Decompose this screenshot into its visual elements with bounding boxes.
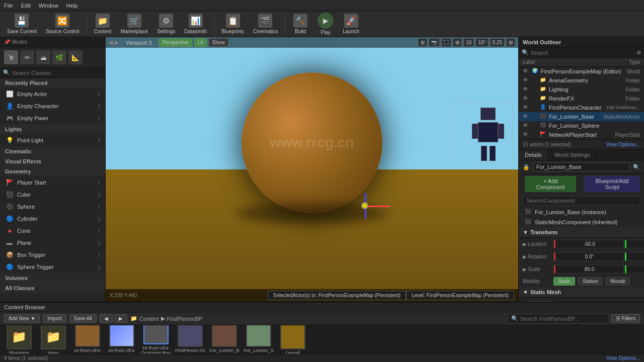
outliner-search-input[interactable] (531, 50, 634, 56)
rotation-x-input[interactable] (554, 252, 624, 261)
cb-back-button[interactable]: ◀ (100, 314, 113, 323)
outliner-item-lumion-base[interactable]: 👁 ⬛ For_Lumion_Base StaticMeshActor (519, 112, 644, 121)
cb-item-firstperson-overview[interactable]: FirstPerson Overview (175, 325, 205, 354)
plane-info[interactable]: ℹ (98, 240, 100, 246)
viewport-arrow-left[interactable]: ◀ (109, 39, 113, 46)
menu-window[interactable]: Window (39, 3, 58, 9)
save-all-button[interactable]: Save All (69, 314, 97, 323)
outliner-item-network-start[interactable]: 👁 🚩 NetworkPlayerStart PlayerStart (519, 130, 644, 139)
comp-item-static-mesh[interactable]: ⬛ StaticMeshComponent (Inherited) (519, 217, 644, 227)
empty-actor-info[interactable]: ℹ (98, 92, 100, 97)
source-control-button[interactable]: 🔀 Source Control (42, 12, 84, 36)
cone-info[interactable]: ℹ (98, 228, 100, 234)
viewport[interactable]: ◀ ▶ Viewport 2 Perspective Lit Show ⊞ 📷 … (106, 37, 518, 302)
paint-mode-icon[interactable]: ✏ (20, 50, 34, 64)
blueprints-button[interactable]: 📋 Blueprints (217, 12, 248, 36)
outliner-item-lumion-sphere[interactable]: 👁 ⚫ For_Lumion_Sphere (519, 121, 644, 130)
scale-snap-btn[interactable]: 0.25 (490, 38, 505, 47)
cb-filter-button[interactable]: ☰ Filters (611, 314, 640, 323)
static-mesh-section-header[interactable]: ▼ Static Mesh (519, 287, 644, 298)
section-lights[interactable]: Lights (0, 124, 105, 134)
panel-item-point-light[interactable]: 💡 Point Light ℹ (0, 134, 105, 146)
section-recently-placed[interactable]: Recently Placed (0, 78, 105, 88)
panel-item-sphere-trigger[interactable]: 🔵 Sphere Trigger ℹ (0, 261, 105, 273)
perspective-button[interactable]: Perspective (159, 38, 192, 47)
add-component-button[interactable]: + Add Component (525, 176, 576, 192)
cb-item-blueprints[interactable]: 📁 Blueprints (4, 325, 34, 354)
sphere-trigger-info[interactable]: ℹ (98, 264, 100, 270)
panel-item-plane[interactable]: ▬ Plane ℹ (0, 237, 105, 249)
empty-pawn-info[interactable]: ℹ (98, 116, 100, 121)
outliner-view-options[interactable]: View Options... (606, 142, 640, 147)
outliner-item-arena[interactable]: 👁 📁 ArenaGeometry Folder (519, 76, 644, 85)
cb-item-rust-normal[interactable]: 16-Rust-UE4-Normal (107, 325, 137, 354)
landscape-mode-icon[interactable]: ⛰ (36, 50, 50, 64)
launch-button[interactable]: 🚀 Launch (339, 12, 363, 36)
mobility-stationary-button[interactable]: Station (578, 277, 603, 286)
foliage-mode-icon[interactable]: 🌿 (52, 50, 66, 64)
panel-item-empty-pawn[interactable]: 🎮 Empty Pawn ℹ (0, 112, 105, 124)
eye-lighting[interactable]: 👁 (523, 86, 530, 93)
empty-character-info[interactable]: ℹ (98, 104, 100, 109)
search-components-input[interactable] (526, 198, 636, 204)
location-x-input[interactable] (554, 240, 624, 248)
cube-info[interactable]: ℹ (98, 192, 100, 198)
cb-item-lumion-base[interactable]: For_Lumion_Base (209, 325, 239, 354)
content-button[interactable]: 📁 Content (90, 12, 116, 36)
eye-character[interactable]: 👁 (523, 104, 530, 111)
outliner-item-lighting[interactable]: 👁 📁 Lighting Folder (519, 85, 644, 94)
import-button[interactable]: Import (43, 314, 66, 323)
panel-item-empty-character[interactable]: 👤 Empty Character ℹ (0, 100, 105, 112)
select-mode-icon[interactable]: 🖱 (4, 50, 18, 64)
mobility-movable-button[interactable]: Movab (606, 277, 630, 286)
cb-forward-button[interactable]: ▶ (114, 314, 127, 323)
eye-lumion-base[interactable]: 👁 (523, 113, 530, 120)
actor-search-icon[interactable]: 🔍 (633, 164, 640, 170)
comp-item-base-instance[interactable]: ⬛ For_Lumion_Base (Instance) (519, 207, 644, 217)
cb-search-input[interactable] (520, 316, 605, 322)
panel-item-player-start[interactable]: 🚩 Player Start ℹ (0, 176, 105, 189)
cb-item-rust-basecolor[interactable]: 16-Rust-UE4-BaseColor (72, 325, 103, 354)
outliner-item-character[interactable]: 👁 👤 FirstPersonCharacter Edit FirstPerso… (519, 103, 644, 112)
outliner-item-map[interactable]: 👁 🌍 FirstPersonExampleMap (Editor) World (519, 67, 644, 76)
save-current-button[interactable]: 💾 Save Current (3, 12, 41, 36)
section-cinematic[interactable]: Cinematic (0, 146, 105, 156)
eye-renderfx[interactable]: 👁 (523, 95, 530, 102)
menu-edit[interactable]: Edit (21, 3, 31, 9)
grid-size-btn[interactable]: 10 (463, 38, 474, 47)
scale-y-input[interactable] (625, 265, 644, 274)
show-button[interactable]: Show (209, 38, 228, 47)
lit-button[interactable]: Lit (194, 38, 207, 47)
panel-item-empty-actor[interactable]: ⬜ Empty Actor ℹ (0, 88, 105, 100)
actor-name-input[interactable] (533, 162, 630, 171)
panel-item-cone[interactable]: 🔺 Cone ℹ (0, 225, 105, 237)
player-start-info[interactable]: ℹ (98, 180, 100, 186)
outliner-search-btn[interactable]: ⊕ (636, 49, 641, 56)
viewport-tab[interactable]: Viewport 2 (122, 39, 156, 47)
eye-map[interactable]: 👁 (523, 68, 530, 75)
menu-help[interactable]: Help (66, 3, 78, 9)
cylinder-info[interactable]: ℹ (98, 216, 100, 222)
panel-item-box-trigger[interactable]: 📦 Box Trigger ℹ (0, 249, 105, 261)
transform-section-header[interactable]: ▼ Transform (519, 227, 644, 238)
location-y-input[interactable] (625, 240, 644, 248)
box-trigger-info[interactable]: ℹ (98, 252, 100, 258)
viewport-arrow-right[interactable]: ▶ (115, 39, 119, 46)
section-visual-effects[interactable]: Visual Effects (0, 156, 105, 166)
cb-item-rust-occlusion[interactable]: 16-Rust-UE4-Occlusion Roughness (141, 325, 171, 354)
section-volumes[interactable]: Volumes (0, 273, 105, 283)
eye-lumion-sphere[interactable]: 👁 (523, 122, 530, 129)
eye-network-start[interactable]: 👁 (523, 131, 530, 138)
tab-world-settings[interactable]: World Settings (548, 150, 597, 160)
vp-tool-1[interactable]: ⊞ (418, 38, 427, 47)
panel-item-cylinder[interactable]: 🔵 Cylinder ℹ (0, 213, 105, 225)
vp-tool-4[interactable]: ⊞ (453, 38, 462, 47)
add-new-button[interactable]: Add New ▼ (4, 314, 40, 323)
point-light-info[interactable]: ℹ (98, 138, 100, 143)
play-button[interactable]: ▶ Play (313, 11, 338, 37)
menu-file[interactable]: File (4, 3, 13, 9)
cb-view-options[interactable]: View Options... (606, 355, 640, 361)
panel-item-cube[interactable]: ⬛ Cube ℹ (0, 189, 105, 201)
vp-tool-3[interactable]: ⛶ (441, 38, 451, 47)
mobility-static-button[interactable]: Static (553, 277, 575, 286)
